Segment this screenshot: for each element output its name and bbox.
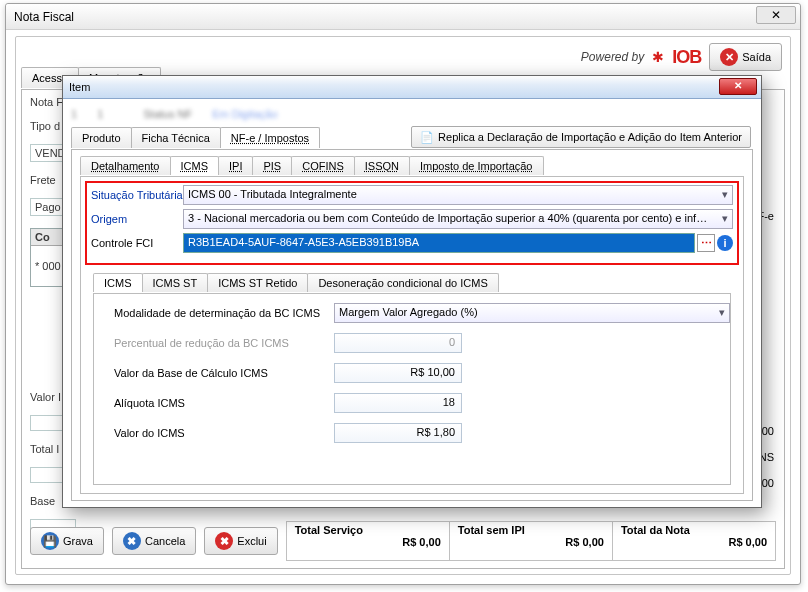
delete-button[interactable]: ✖ Exclui: [204, 527, 277, 555]
perc-reducao-label: Percentual de redução da BC ICMS: [114, 337, 334, 349]
situacao-tributaria-label: Situação Tributária: [91, 189, 183, 201]
window-title: Nota Fiscal: [14, 10, 74, 24]
titlebar: Nota Fiscal ✕: [6, 4, 800, 30]
brand-star-icon: ✱: [652, 49, 664, 65]
origem-label: Origem: [91, 213, 183, 225]
tax-subtabs: Detalhamento ICMS IPI PIS COFINS ISSQN I…: [80, 156, 543, 175]
powered-by-label: Powered by: [581, 50, 644, 64]
cancel-button[interactable]: ✖ Cancela: [112, 527, 196, 555]
totals-panel: Total ServiçoR$ 0,00 Total sem IPIR$ 0,0…: [286, 521, 776, 561]
dialog-blurred-header: 1 1 Status NF Em Digitação: [71, 105, 753, 123]
subtab-pis[interactable]: PIS: [252, 156, 292, 175]
exit-button[interactable]: ✕ Saída: [709, 43, 782, 71]
total-servico-label: Total Serviço: [295, 524, 441, 536]
valor-icms-input[interactable]: R$ 1,80: [334, 423, 462, 443]
replica-button[interactable]: 📄 Replica a Declaração de Importação e A…: [411, 126, 751, 148]
total-semipi-value: R$ 0,00: [458, 536, 604, 548]
item-dialog: Item ✕ 1 1 Status NF Em Digitação Produt…: [62, 75, 762, 508]
cancel-label: Cancela: [145, 535, 185, 547]
info-icon[interactable]: i: [717, 235, 733, 251]
exit-icon: ✕: [720, 48, 738, 66]
save-label: Grava: [63, 535, 93, 547]
perc-reducao-input[interactable]: 0: [334, 333, 462, 353]
subtab-detalhamento[interactable]: Detalhamento: [80, 156, 171, 175]
replica-label: Replica a Declaração de Importação e Adi…: [438, 131, 742, 143]
aliquota-input[interactable]: 18: [334, 393, 462, 413]
item-tab-body: Detalhamento ICMS IPI PIS COFINS ISSQN I…: [71, 149, 753, 501]
window-close-button[interactable]: ✕: [756, 6, 796, 24]
aliquota-label: Alíquota ICMS: [114, 397, 334, 409]
valor-icms-label: Valor do ICMS: [114, 427, 334, 439]
save-icon: 💾: [41, 532, 59, 550]
innertab-desoneracao[interactable]: Desoneração condicional do ICMS: [307, 273, 498, 292]
cancel-icon: ✖: [123, 532, 141, 550]
bg-grid-row: 000: [42, 260, 60, 272]
highlighted-frame: Situação Tributária ICMS 00 - Tributada …: [85, 181, 739, 265]
innertab-icms[interactable]: ICMS: [93, 273, 143, 292]
controle-fci-input[interactable]: R3B1EAD4-5AUF-8647-A5E3-A5EB391B19BA: [183, 233, 695, 253]
dialog-titlebar: Item ✕: [63, 76, 761, 99]
icms-inner-body: Modalidade de determinação da BC ICMS Ma…: [93, 293, 731, 485]
subtab-imposto-importacao[interactable]: Imposto de Importação: [409, 156, 544, 175]
base-calculo-label: Valor da Base de Cálculo ICMS: [114, 367, 334, 379]
save-button[interactable]: 💾 Grava: [30, 527, 104, 555]
tab-produto[interactable]: Produto: [71, 127, 132, 148]
subtab-icms[interactable]: ICMS: [170, 156, 220, 175]
subtab-issqn[interactable]: ISSQN: [354, 156, 410, 175]
delete-icon: ✖: [215, 532, 233, 550]
icms-panel: Situação Tributária ICMS 00 - Tributada …: [80, 176, 744, 494]
item-tabstrip: Produto Ficha Técnica NF-e / Impostos: [71, 127, 319, 148]
icms-inner-tabs: ICMS ICMS ST ICMS ST Retido Desoneração …: [93, 273, 498, 292]
origem-combo[interactable]: 3 - Nacional mercadoria ou bem com Conte…: [183, 209, 733, 229]
dialog-close-button[interactable]: ✕: [719, 78, 757, 95]
total-nota-value: R$ 0,00: [621, 536, 767, 548]
fci-lookup-button[interactable]: ⋯: [697, 234, 715, 252]
innertab-icms-st-retido[interactable]: ICMS ST Retido: [207, 273, 308, 292]
subtab-ipi[interactable]: IPI: [218, 156, 253, 175]
situacao-tributaria-combo[interactable]: ICMS 00 - Tributada Integralmente: [183, 185, 733, 205]
modalidade-bc-combo[interactable]: Margem Valor Agregado (%): [334, 303, 730, 323]
subtab-cofins[interactable]: COFINS: [291, 156, 355, 175]
modalidade-bc-label: Modalidade de determinação da BC ICMS: [114, 307, 334, 319]
innertab-icms-st[interactable]: ICMS ST: [142, 273, 209, 292]
base-calculo-input[interactable]: R$ 10,00: [334, 363, 462, 383]
exit-label: Saída: [742, 51, 771, 63]
tab-ficha-tecnica[interactable]: Ficha Técnica: [131, 127, 221, 148]
total-servico-value: R$ 0,00: [295, 536, 441, 548]
delete-label: Exclui: [237, 535, 266, 547]
dialog-title: Item: [69, 81, 90, 93]
total-nota-label: Total da Nota: [621, 524, 767, 536]
brand-logo: IOB: [672, 47, 701, 68]
copy-icon: 📄: [420, 131, 434, 144]
controle-fci-label: Controle FCI: [91, 237, 183, 249]
total-semipi-label: Total sem IPI: [458, 524, 604, 536]
tab-nfe-impostos[interactable]: NF-e / Impostos: [220, 127, 320, 148]
